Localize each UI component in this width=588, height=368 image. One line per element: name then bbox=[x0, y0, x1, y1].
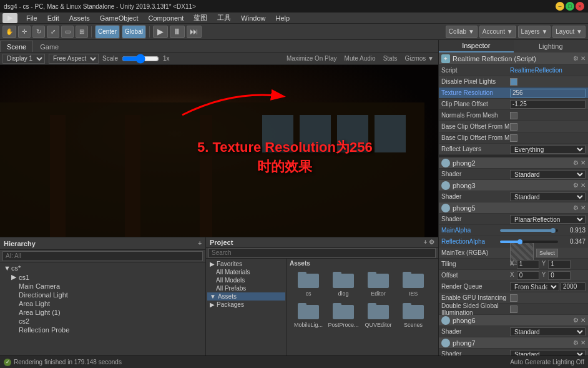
hand-tool[interactable]: ✋ bbox=[2, 26, 16, 38]
main-alpha-fill bbox=[500, 229, 553, 232]
project-search[interactable] bbox=[208, 248, 436, 258]
hierarchy-item-dir-light[interactable]: Directional Light bbox=[1, 291, 204, 299]
hierarchy-item-reflection-probe[interactable]: Reflection Probe bbox=[1, 326, 204, 334]
gizmos-button[interactable]: Gizmos ▼ bbox=[403, 55, 436, 62]
double-sided-gi-checkbox[interactable] bbox=[510, 306, 517, 313]
assets-header: Assets bbox=[287, 259, 438, 268]
disable-pixel-lights-checkbox[interactable] bbox=[510, 78, 517, 86]
phong2-shader-select[interactable]: Standard bbox=[510, 170, 586, 179]
normals-from-mesh-checkbox[interactable] bbox=[510, 112, 517, 119]
menu-assets[interactable]: Assets bbox=[64, 12, 95, 24]
select-tex-button[interactable]: Select bbox=[536, 249, 558, 257]
phong6-options[interactable]: ⚙ ✕ bbox=[573, 317, 586, 324]
favorites-arrow: ▶ bbox=[210, 261, 215, 267]
hierarchy-item-area-light[interactable]: Area Light bbox=[1, 299, 204, 308]
fav-all-prefabs[interactable]: All Prefabs bbox=[207, 284, 285, 292]
asset-cs[interactable]: cs bbox=[292, 271, 325, 297]
main-alpha-thumb[interactable] bbox=[551, 228, 556, 233]
phong6-shader-select[interactable]: Standard bbox=[510, 327, 586, 336]
minimize-button[interactable]: – bbox=[556, 2, 564, 11]
global-button[interactable]: Global bbox=[122, 26, 145, 38]
hierarchy-item-cs[interactable]: ▼ cs* bbox=[1, 264, 204, 272]
reflect-layers-dropdown[interactable]: Everything bbox=[510, 145, 586, 154]
phong7-options[interactable]: ⚙ ✕ bbox=[573, 339, 586, 346]
tab-lighting[interactable]: Lighting bbox=[514, 40, 589, 52]
layers-button[interactable]: Layers ▼ bbox=[518, 26, 551, 38]
hierarchy-item-main-camera[interactable]: Main Camera bbox=[1, 282, 204, 291]
tab-game[interactable]: Game bbox=[33, 41, 66, 52]
clip-plane-offset-input[interactable] bbox=[510, 100, 586, 109]
base-clip-offset-1-checkbox[interactable] bbox=[510, 123, 517, 131]
move-tool[interactable]: ✛ bbox=[18, 26, 31, 38]
mute-audio-button[interactable]: Mute Audio bbox=[343, 55, 378, 62]
tiling-x-input[interactable] bbox=[517, 260, 539, 269]
phong5-shader-select[interactable]: PlanarReflection bbox=[510, 215, 586, 224]
offset-x-input[interactable] bbox=[517, 271, 539, 280]
scale-slider[interactable] bbox=[122, 54, 159, 64]
packages-folder[interactable]: ▶ Packages bbox=[207, 301, 285, 309]
tab-scene[interactable]: Scene bbox=[0, 41, 33, 52]
account-button[interactable]: Account ▼ bbox=[479, 26, 516, 38]
phong7-shader-select[interactable]: Standard bbox=[510, 350, 586, 356]
maximize-button[interactable]: □ bbox=[566, 2, 574, 11]
center-button[interactable]: Center bbox=[96, 26, 119, 38]
menu-blueprint[interactable]: 蓝图 bbox=[189, 12, 212, 24]
asset-dlog[interactable]: dlog bbox=[327, 271, 360, 297]
menu-file[interactable]: File bbox=[21, 12, 42, 24]
asset-ies[interactable]: IES bbox=[397, 271, 429, 297]
aspect-select[interactable]: Free Aspect bbox=[49, 54, 99, 64]
asset-editor[interactable]: Editor bbox=[362, 271, 394, 297]
hierarchy-item-cs1[interactable]: ▶ cs1 bbox=[1, 272, 204, 282]
menu-edit[interactable]: Edit bbox=[42, 12, 64, 24]
hierarchy-search[interactable] bbox=[2, 251, 203, 261]
maximize-on-play-button[interactable]: Maximize On Play bbox=[285, 55, 339, 62]
display-select[interactable]: Display 1 bbox=[2, 54, 45, 64]
rotate-tool[interactable]: ↻ bbox=[32, 26, 45, 38]
offset-y-input[interactable] bbox=[548, 271, 571, 280]
phong2-options[interactable]: ⚙ ✕ bbox=[573, 159, 586, 166]
script-label: Script bbox=[441, 67, 510, 74]
gpu-instancing-checkbox[interactable] bbox=[510, 294, 517, 302]
base-clip-offset-2-checkbox[interactable] bbox=[510, 134, 517, 142]
pause-button[interactable]: ⏸ bbox=[170, 26, 185, 38]
reflection-alpha-thumb[interactable] bbox=[517, 239, 522, 244]
fav-all-materials[interactable]: All Materials bbox=[207, 268, 285, 276]
stats-button[interactable]: Stats bbox=[381, 55, 399, 62]
layout-button[interactable]: Layout ▼ bbox=[552, 26, 586, 38]
render-queue-value[interactable] bbox=[561, 282, 586, 291]
phong3-shader-select[interactable]: Standard bbox=[510, 192, 586, 201]
scale-tool[interactable]: ⤢ bbox=[47, 26, 59, 38]
phong3-options[interactable]: ⚙ ✕ bbox=[573, 182, 586, 189]
menu-help[interactable]: Help bbox=[270, 12, 295, 24]
menu-gameobject[interactable]: GameObject bbox=[95, 12, 144, 24]
step-button[interactable]: ⏭ bbox=[187, 26, 202, 38]
phong7-icon bbox=[441, 339, 450, 347]
phong5-shader-label: Shader bbox=[441, 216, 510, 222]
phong5-options[interactable]: ⚙ ✕ bbox=[573, 204, 586, 211]
texture-resolution-input[interactable] bbox=[510, 89, 586, 97]
rect-tool[interactable]: ▭ bbox=[61, 26, 74, 38]
script-value[interactable]: RealtimeReflection bbox=[510, 67, 586, 74]
tiling-y-input[interactable] bbox=[548, 260, 571, 269]
asset-quveditor[interactable]: QUVEditor bbox=[362, 302, 394, 328]
transform-tool[interactable]: ⊞ bbox=[76, 26, 88, 38]
menu-window[interactable]: Window bbox=[236, 12, 270, 24]
asset-scenes[interactable]: Scenes bbox=[397, 302, 429, 328]
scene-toolbar: Display 1 Free Aspect Scale 1x Maximize … bbox=[0, 52, 438, 65]
menu-component[interactable]: Component bbox=[143, 12, 189, 24]
component-options[interactable]: ⚙ ✕ bbox=[573, 55, 586, 62]
hierarchy-item-area-light-1[interactable]: Area Light (1) bbox=[1, 308, 204, 317]
menu-tools[interactable]: 工具 bbox=[212, 12, 236, 24]
disable-pixel-lights-field: Disable Pixel Lights bbox=[439, 76, 588, 87]
play-button[interactable]: ▶ bbox=[153, 26, 168, 38]
favorites-folder[interactable]: ▶ Favorites bbox=[207, 260, 285, 268]
asset-postproce[interactable]: PostProce... bbox=[327, 302, 360, 328]
tab-inspector[interactable]: Inspector bbox=[439, 40, 514, 52]
hierarchy-item-cs2[interactable]: cs2 bbox=[1, 317, 204, 326]
close-button[interactable]: × bbox=[576, 2, 584, 11]
assets-folder[interactable]: ▼ Assets bbox=[207, 292, 285, 301]
asset-mobilelight[interactable]: MobileLig... bbox=[292, 302, 325, 328]
collab-button[interactable]: Collab ▼ bbox=[446, 26, 478, 38]
render-queue-source[interactable]: From Shader bbox=[510, 282, 559, 291]
fav-all-models[interactable]: All Models bbox=[207, 276, 285, 284]
